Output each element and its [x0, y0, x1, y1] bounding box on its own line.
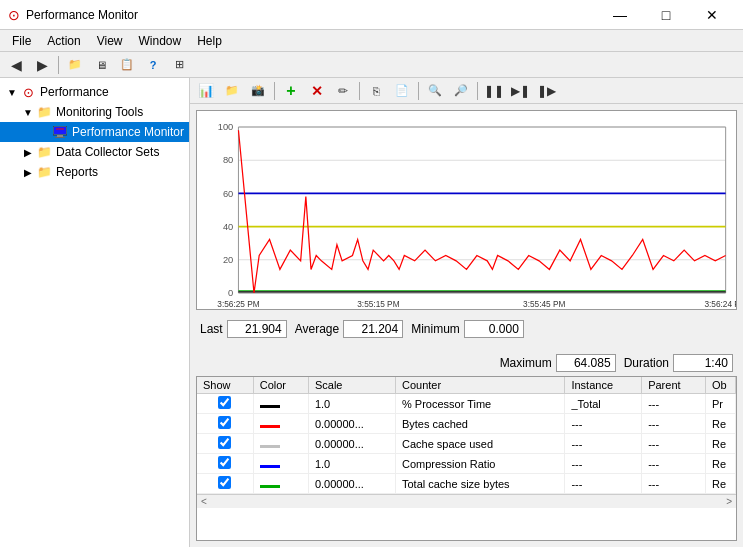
scale-cell: 0.00000...: [308, 414, 395, 434]
play-button[interactable]: ❚▶: [534, 80, 558, 102]
instance-cell: ---: [565, 454, 642, 474]
view-report-button[interactable]: 📁: [220, 80, 244, 102]
show-hide-button[interactable]: 🖥: [89, 54, 113, 76]
menu-view[interactable]: View: [89, 32, 131, 50]
forward-button[interactable]: ▶: [30, 54, 54, 76]
counter-checkbox[interactable]: [218, 396, 231, 409]
svg-text:3:55:45 PM: 3:55:45 PM: [523, 299, 565, 309]
duration-stat: Duration 1:40: [624, 354, 733, 372]
edit-counter-button[interactable]: ✏: [331, 80, 355, 102]
svg-rect-1: [54, 127, 66, 134]
menu-file[interactable]: File: [4, 32, 39, 50]
svg-text:0: 0: [228, 287, 233, 298]
color-swatch: [260, 485, 280, 488]
counter-cell: % Processor Time: [395, 394, 564, 414]
chart-svg: 100 80 60 40 20 0 3:56:25 PM3:55:15 PM3:…: [197, 111, 736, 309]
counter-cell: Total cache size bytes: [395, 474, 564, 494]
menu-help[interactable]: Help: [189, 32, 230, 50]
counter-checkbox[interactable]: [218, 416, 231, 429]
duration-label: Duration: [624, 356, 669, 370]
zoom-in-button[interactable]: 🔍: [423, 80, 447, 102]
help-button[interactable]: ?: [141, 54, 165, 76]
color-swatch: [260, 445, 280, 448]
title-bar: ⊙ Performance Monitor — □ ✕: [0, 0, 743, 30]
properties-button[interactable]: 📋: [115, 54, 139, 76]
object-cell: Pr: [706, 394, 736, 414]
step-button[interactable]: ▶❚: [508, 80, 532, 102]
menu-window[interactable]: Window: [131, 32, 190, 50]
expand-reports-icon[interactable]: ▶: [20, 167, 36, 178]
view-histogram-button[interactable]: 📸: [246, 80, 270, 102]
color-swatch: [260, 465, 280, 468]
color-cell: [253, 434, 308, 454]
maximize-button[interactable]: □: [643, 0, 689, 30]
color-cell: [253, 394, 308, 414]
svg-text:3:55:15 PM: 3:55:15 PM: [357, 299, 399, 309]
svg-rect-4: [55, 137, 65, 138]
counter-cell: Cache space used: [395, 434, 564, 454]
scale-cell: 0.00000...: [308, 474, 395, 494]
scale-cell: 0.00000...: [308, 434, 395, 454]
scale-cell: 1.0: [308, 454, 395, 474]
up-button[interactable]: 📁: [63, 54, 87, 76]
zoom-out-button[interactable]: 🔎: [449, 80, 473, 102]
copy-button[interactable]: ⎘: [364, 80, 388, 102]
table-header-row: Show Color Scale Counter Instance Parent…: [197, 377, 736, 394]
view-graph-button[interactable]: 📊: [194, 80, 218, 102]
object-cell: Re: [706, 454, 736, 474]
close-button[interactable]: ✕: [689, 0, 735, 30]
expand-icon[interactable]: ▼: [4, 87, 20, 98]
last-value: 21.904: [227, 320, 287, 338]
svg-rect-5: [197, 111, 736, 309]
content-sep-4: [477, 82, 478, 100]
minimize-button[interactable]: —: [597, 0, 643, 30]
col-show: Show: [197, 377, 253, 394]
average-value: 21.204: [343, 320, 403, 338]
table-row[interactable]: 0.00000...Cache space used------Re: [197, 434, 736, 454]
expand-monitoring-icon[interactable]: ▼: [20, 107, 36, 118]
title-bar-controls: — □ ✕: [597, 0, 735, 30]
menu-action[interactable]: Action: [39, 32, 88, 50]
svg-text:3:56:25 PM: 3:56:25 PM: [217, 299, 259, 309]
sidebar-item-performance-monitor[interactable]: Performance Monitor: [0, 122, 189, 142]
menu-bar: File Action View Window Help: [0, 30, 743, 52]
object-cell: Re: [706, 474, 736, 494]
expand-dcs-icon[interactable]: ▶: [20, 147, 36, 158]
counter-checkbox[interactable]: [218, 436, 231, 449]
table-row[interactable]: 1.0% Processor Time_Total---Pr: [197, 394, 736, 414]
svg-text:100: 100: [218, 121, 234, 132]
average-label: Average: [295, 322, 339, 336]
table-row[interactable]: 1.0Compression Ratio------Re: [197, 454, 736, 474]
sidebar-item-monitoring-tools[interactable]: ▼ 📁 Monitoring Tools: [0, 102, 189, 122]
remove-counter-button[interactable]: ✕: [305, 80, 329, 102]
parent-cell: ---: [642, 434, 706, 454]
instance-cell: ---: [565, 414, 642, 434]
sidebar-root[interactable]: ▼ ⊙ Performance: [0, 82, 189, 102]
table-row[interactable]: 0.00000...Total cache size bytes------Re: [197, 474, 736, 494]
col-object: Ob: [706, 377, 736, 394]
parent-cell: ---: [642, 394, 706, 414]
console-button[interactable]: ⊞: [167, 54, 191, 76]
instance-cell: ---: [565, 474, 642, 494]
minimum-label: Minimum: [411, 322, 460, 336]
parent-cell: ---: [642, 454, 706, 474]
pause-button[interactable]: ❚❚: [482, 80, 506, 102]
duration-value: 1:40: [673, 354, 733, 372]
title-bar-left: ⊙ Performance Monitor: [8, 7, 138, 23]
add-counter-button[interactable]: +: [279, 80, 303, 102]
content-area: 📊 📁 📸 + ✕ ✏ ⎘ 📄 🔍 🔎 ❚❚ ▶❚ ❚▶: [190, 78, 743, 547]
content-sep-2: [359, 82, 360, 100]
table-row[interactable]: 0.00000...Bytes cached------Re: [197, 414, 736, 434]
sidebar-item-reports[interactable]: ▶ 📁 Reports: [0, 162, 189, 182]
paste-button[interactable]: 📄: [390, 80, 414, 102]
performance-chart: 100 80 60 40 20 0 3:56:25 PM3:55:15 PM3:…: [196, 110, 737, 310]
counter-checkbox[interactable]: [218, 456, 231, 469]
counter-checkbox[interactable]: [218, 476, 231, 489]
horizontal-scrollbar[interactable]: < >: [197, 494, 736, 508]
counter-table-wrapper[interactable]: Show Color Scale Counter Instance Parent…: [196, 376, 737, 541]
stats-bar: Last 21.904 Average 21.204 Minimum 0.000…: [190, 316, 743, 376]
sidebar-item-data-collector-sets[interactable]: ▶ 📁 Data Collector Sets: [0, 142, 189, 162]
back-button[interactable]: ◀: [4, 54, 28, 76]
main-toolbar: ◀ ▶ 📁 🖥 📋 ? ⊞: [0, 52, 743, 78]
minimum-stat: Minimum 0.000: [411, 320, 524, 338]
